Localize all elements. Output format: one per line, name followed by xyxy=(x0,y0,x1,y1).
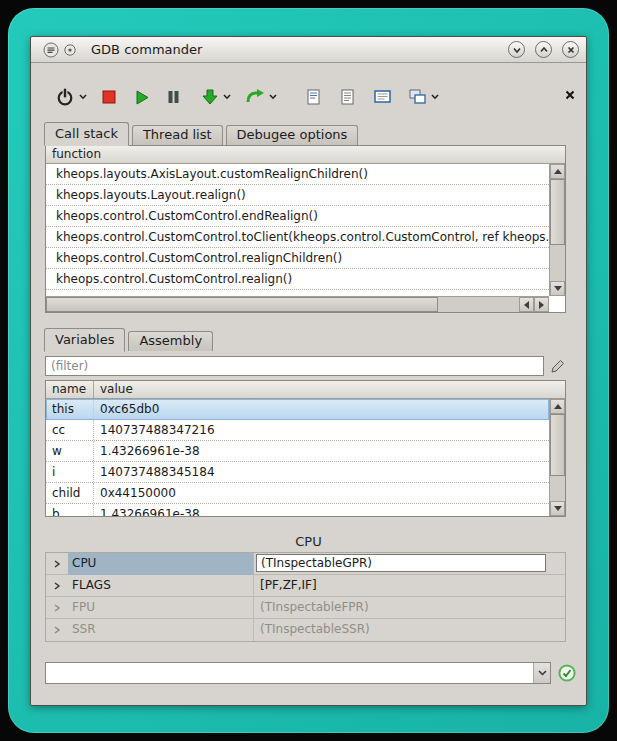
variable-row[interactable]: child 0x44150000 xyxy=(46,483,549,504)
disassembly-icon[interactable] xyxy=(337,84,359,110)
cpu-row-value: [PF,ZF,IF] xyxy=(253,575,565,597)
command-input[interactable] xyxy=(46,663,532,683)
variable-row[interactable]: cc 140737488347216 xyxy=(46,420,549,441)
expand-chevron-icon[interactable] xyxy=(46,560,68,568)
callstack-panel: function kheops.layouts.AxisLayout.custo… xyxy=(45,145,566,313)
maximize-button[interactable] xyxy=(535,41,552,58)
command-combobox[interactable] xyxy=(45,662,551,684)
cpu-row[interactable]: CPU (TInspectableGPR) xyxy=(46,553,565,575)
step-over-dropdown-icon[interactable] xyxy=(269,94,277,100)
variables-vertical-scrollbar[interactable] xyxy=(549,399,565,516)
tab-debugee-options[interactable]: Debugee options xyxy=(226,125,359,145)
callstack-row[interactable]: kheops.control.CustomControl.toClient(kh… xyxy=(46,227,549,248)
arrow-up-icon xyxy=(554,169,562,174)
cpu-row[interactable]: FPU (TInspectableFPR) xyxy=(46,597,565,619)
callstack-row[interactable]: kheops.control.CustomControl.endRealign(… xyxy=(46,206,549,227)
cpu-row-value: (TInspectableFPR) xyxy=(253,597,565,619)
scrollbar-thumb[interactable] xyxy=(46,297,438,312)
cpu-section-title: CPU xyxy=(31,532,586,552)
variable-value: 0xc65db0 xyxy=(94,399,549,419)
run-button[interactable] xyxy=(131,84,152,110)
filter-input[interactable] xyxy=(45,356,544,376)
scrollbar-buttons xyxy=(519,297,549,312)
ok-check-button[interactable] xyxy=(558,664,576,682)
stop-button[interactable] xyxy=(99,84,119,110)
variables-header[interactable]: name value xyxy=(46,381,565,399)
callstack-row[interactable]: kheops.layouts.Layout.realign() xyxy=(46,185,549,206)
expand-chevron-icon[interactable] xyxy=(46,604,68,612)
scroll-left-button[interactable] xyxy=(519,297,534,312)
window-title: GDB commander xyxy=(91,42,202,57)
variable-value: 0x44150000 xyxy=(94,483,549,503)
filter-row xyxy=(45,356,566,376)
client-area: Call stack Thread list Debugee options f… xyxy=(31,83,586,726)
scrollbar-thumb[interactable] xyxy=(550,179,565,245)
scroll-up-button[interactable] xyxy=(550,399,565,414)
power-button[interactable] xyxy=(53,84,77,110)
pause-button[interactable] xyxy=(164,84,183,110)
titlebar[interactable]: GDB commander xyxy=(31,37,586,63)
step-over-button[interactable] xyxy=(243,84,267,110)
cpu-row-value[interactable]: (TInspectableGPR) xyxy=(253,553,565,575)
variable-row[interactable]: this 0xc65db0 xyxy=(46,399,549,420)
minimize-button[interactable] xyxy=(508,41,525,58)
cpu-value-editor[interactable]: (TInspectableGPR) xyxy=(256,554,546,572)
variable-row[interactable]: w 1.43266961e-38 xyxy=(46,441,549,462)
callstack-header[interactable]: function xyxy=(46,146,565,164)
dock-close-icon[interactable] xyxy=(563,88,577,102)
scrollbar-thumb[interactable] xyxy=(550,414,565,476)
arrow-down-icon xyxy=(554,506,562,511)
source-file-icon[interactable] xyxy=(303,84,325,110)
combo-dropdown-button[interactable] xyxy=(533,663,550,683)
cpu-row[interactable]: SSR (TInspectableSSR) xyxy=(46,619,565,641)
scroll-right-button[interactable] xyxy=(534,297,549,312)
app-icon[interactable] xyxy=(43,42,59,58)
callstack-horizontal-scrollbar[interactable] xyxy=(46,296,549,312)
callstack-tabbar: Call stack Thread list Debugee options xyxy=(31,121,586,145)
tab-variables[interactable]: Variables xyxy=(44,328,125,352)
step-into-dropdown-icon[interactable] xyxy=(223,94,231,100)
inspector-tabbar: Variables Assembly xyxy=(31,327,586,351)
step-into-button[interactable] xyxy=(199,84,221,110)
expand-chevron-icon[interactable] xyxy=(46,582,68,590)
callstack-header-function[interactable]: function xyxy=(46,146,101,163)
callstack-row[interactable]: kheops.control.CustomControl.realign() xyxy=(46,269,549,290)
callstack-rows: kheops.layouts.AxisLayout.customRealignC… xyxy=(46,164,549,296)
tab-assembly[interactable]: Assembly xyxy=(128,331,213,351)
scroll-down-button[interactable] xyxy=(550,501,565,516)
tab-thread-list[interactable]: Thread list xyxy=(132,125,223,145)
scroll-up-button[interactable] xyxy=(550,164,565,179)
variable-value: 1.43266961e-38 xyxy=(94,504,549,516)
close-button[interactable] xyxy=(562,41,579,58)
variable-row[interactable]: b 1.43266961e-38 xyxy=(46,504,549,516)
arrow-down-icon xyxy=(554,286,562,291)
expand-chevron-icon[interactable] xyxy=(46,626,68,634)
cpu-row[interactable]: FLAGS [PF,ZF,IF] xyxy=(46,575,565,597)
variables-header-name[interactable]: name xyxy=(46,381,94,398)
cpu-row-name: CPU xyxy=(68,553,253,575)
memory-view-icon[interactable] xyxy=(371,84,394,110)
variable-row[interactable]: i 140737488345184 xyxy=(46,462,549,483)
tab-call-stack[interactable]: Call stack xyxy=(44,122,129,146)
filter-icon[interactable] xyxy=(550,358,566,374)
variable-name: child xyxy=(46,483,94,503)
scroll-down-button[interactable] xyxy=(550,281,565,296)
watch-windows-icon[interactable] xyxy=(406,84,429,110)
variable-name: cc xyxy=(46,420,94,440)
cpu-row-name: SSR xyxy=(68,619,253,641)
screen-background: GDB commander xyxy=(0,0,617,741)
variables-header-value[interactable]: value xyxy=(94,381,565,398)
power-dropdown-icon[interactable] xyxy=(79,94,87,100)
arrow-up-icon xyxy=(554,404,562,409)
callstack-row[interactable]: kheops.layouts.AxisLayout.customRealignC… xyxy=(46,164,549,185)
command-row xyxy=(45,662,576,684)
watch-windows-dropdown-icon[interactable] xyxy=(431,94,439,100)
cpu-row-value: (TInspectableSSR) xyxy=(253,619,565,641)
cpu-register-tree: CPU (TInspectableGPR) FLAGS [PF,ZF,IF] xyxy=(45,552,566,642)
variable-name: i xyxy=(46,462,94,482)
variable-value: 1.43266961e-38 xyxy=(94,441,549,461)
callstack-row[interactable]: kheops.control.CustomControl.realignChil… xyxy=(46,248,549,269)
callstack-vertical-scrollbar[interactable] xyxy=(549,164,565,296)
variable-value: 140737488345184 xyxy=(94,462,549,482)
window-menu-icon[interactable] xyxy=(64,44,76,56)
